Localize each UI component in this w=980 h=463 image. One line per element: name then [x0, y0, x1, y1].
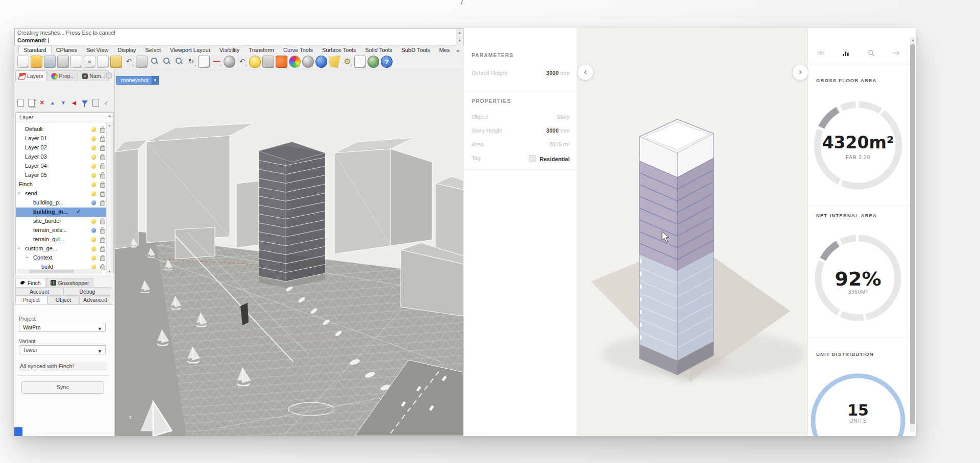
viewport-tab-dropdown-icon[interactable]: ▼ — [152, 76, 159, 85]
layer-visibility-bulb-icon[interactable] — [91, 136, 96, 141]
current-layer-icon[interactable]: ◀ — [70, 98, 78, 107]
scroll-thumb[interactable] — [29, 270, 74, 273]
match-properties-icon[interactable] — [91, 98, 100, 107]
layer-row-terrain-exis[interactable]: terrain_exis... — [16, 226, 107, 235]
layer-row-site-border[interactable]: site_border — [16, 217, 107, 226]
layer-tools-icon[interactable]: ⌐ — [102, 98, 110, 107]
notes-icon[interactable] — [329, 56, 340, 68]
layer-lock-icon[interactable] — [100, 146, 105, 151]
selected-building-mass[interactable] — [259, 142, 325, 281]
layer-visibility-bulb-icon[interactable] — [91, 265, 96, 269]
toolbar-tab-transform[interactable]: Transform — [244, 46, 279, 54]
toolbar-tab-visibility[interactable]: Visibility — [215, 46, 244, 54]
layer-visibility-bulb-icon[interactable] — [91, 219, 96, 223]
lock-icon[interactable] — [262, 56, 274, 68]
zoom-window-icon[interactable] — [161, 56, 172, 67]
rhino-3d-viewport[interactable]: z — [115, 85, 463, 436]
layer-row-building-m[interactable]: building_m...✓ — [16, 208, 107, 217]
layer-row-layer-02[interactable]: Layer 02 — [16, 143, 107, 152]
panel-tab-nam[interactable]: Nam... — [79, 70, 109, 81]
field-row-default-height[interactable]: Default Height3000 mm — [472, 70, 570, 78]
field-row-object[interactable]: ObjectStory — [472, 114, 570, 122]
zoom-extents-icon[interactable] — [174, 56, 184, 67]
finch-3d-viewer[interactable] — [577, 28, 807, 436]
layer-lock-icon[interactable] — [100, 156, 105, 160]
layer-lock-icon[interactable] — [100, 201, 105, 206]
layer-row-building-p[interactable]: building_p... — [16, 198, 107, 208]
bar-chart-icon[interactable] — [841, 48, 850, 60]
layer-visibility-bulb-icon[interactable] — [91, 182, 96, 187]
layer-visibility-bulb-icon[interactable] — [91, 164, 96, 168]
raytrace-sphere-icon[interactable] — [315, 56, 327, 68]
layer-row-layer-01[interactable]: Layer 01 — [16, 134, 107, 143]
command-prompt[interactable]: Command: — [17, 37, 48, 43]
layer-lock-icon[interactable] — [100, 174, 105, 178]
undo-view-icon[interactable]: ↶ — [237, 56, 248, 67]
layer-lock-icon[interactable] — [100, 229, 105, 234]
layer-visibility-bulb-icon[interactable] — [91, 228, 96, 233]
viewport-tab-moneyshot[interactable]: moneyshot — [116, 76, 153, 85]
toolbar-tab-mes[interactable]: Mes — [434, 46, 454, 54]
toolbar-tab-set-view[interactable]: Set View — [82, 46, 113, 54]
toolbar-overflow-icon[interactable]: » — [454, 47, 461, 54]
layer-visibility-bulb-icon[interactable] — [91, 145, 96, 150]
plugin-subtab-object[interactable]: Object — [47, 295, 80, 304]
toolbar-tab-solid-tools[interactable]: Solid Tools — [360, 46, 397, 54]
command-area[interactable]: Creating meshes... Press Esc to cancel C… — [14, 28, 463, 45]
new-layer-icon[interactable] — [16, 98, 24, 107]
scroll-down-icon[interactable]: ▼ — [108, 270, 111, 273]
export-icon[interactable] — [70, 56, 82, 68]
rhino-render-icon[interactable] — [276, 56, 287, 68]
toolbar-tab-display[interactable]: Display — [113, 46, 140, 54]
layer-visibility-bulb-icon[interactable] — [91, 255, 96, 260]
layer-lock-icon[interactable] — [100, 247, 105, 252]
toolbar-tab-surface-tools[interactable]: Surface Tools — [317, 46, 360, 54]
pan-icon[interactable] — [136, 56, 148, 68]
layer-visibility-bulb-icon[interactable] — [91, 127, 96, 132]
delete-layer-icon[interactable]: × — [38, 98, 46, 107]
cut-icon[interactable]: × — [84, 56, 95, 68]
toolbar-tab-select[interactable]: Select — [141, 46, 166, 54]
project-select[interactable]: WatPro▼ — [19, 323, 106, 332]
layer-vertical-scrollbar[interactable]: ▲▼ — [106, 122, 113, 274]
layer-horizontal-scrollbar[interactable] — [17, 269, 101, 274]
layer-visibility-bulb-icon[interactable] — [91, 246, 96, 251]
toolbar-tab-curve-tools[interactable]: Curve Tools — [279, 46, 317, 54]
plugin-subtab-advanced[interactable]: Advanced — [79, 295, 111, 304]
toolbar-tab-subd-tools[interactable]: SubD Tools — [397, 46, 434, 54]
filter-icon[interactable] — [81, 98, 89, 107]
variant-select[interactable]: Tower▼ — [19, 345, 106, 354]
layer-visibility-bulb-icon[interactable] — [91, 200, 96, 205]
panel-tab-prop[interactable]: Prop... — [47, 70, 79, 81]
layer-lock-icon[interactable] — [100, 256, 105, 261]
layer-lock-icon[interactable] — [100, 183, 105, 188]
rotate-view-icon[interactable]: ↻ — [186, 56, 197, 67]
plugin-tab-grasshopper[interactable]: Grasshopper — [46, 278, 94, 287]
move-up-icon[interactable]: ▲ — [48, 98, 57, 107]
chevron-down-icon[interactable]: › — [15, 183, 16, 185]
layer-row-context[interactable]: ›Context — [16, 253, 107, 263]
eye-icon[interactable] — [816, 48, 825, 60]
tag-checkbox[interactable] — [529, 155, 536, 162]
scroll-down-icon[interactable]: ▼ — [456, 37, 463, 45]
layer-visibility-bulb-icon[interactable] — [91, 173, 96, 177]
field-row-tag[interactable]: TagResidential — [472, 155, 570, 163]
shaded-sphere-icon[interactable] — [224, 56, 235, 68]
search-icon[interactable] — [867, 48, 876, 60]
chevron-down-icon[interactable]: › — [16, 247, 22, 249]
field-row-area[interactable]: Area2016 m² — [472, 141, 570, 149]
paste-icon[interactable] — [110, 56, 122, 68]
scroll-up-icon[interactable]: ▲ — [911, 38, 915, 42]
options-gear-icon[interactable]: ⚙ — [342, 56, 353, 67]
plugin-subtab-project[interactable]: Project — [15, 295, 47, 304]
scroll-up-icon[interactable]: ▲ — [456, 29, 463, 37]
open-file-icon[interactable] — [31, 56, 42, 68]
field-row-story-height[interactable]: Story Height3000 mm — [472, 127, 570, 136]
layer-list-header[interactable]: Layer▲ — [15, 112, 114, 122]
layer-lock-icon[interactable] — [100, 128, 105, 133]
arrow-right-icon[interactable] — [892, 48, 901, 60]
box-edit-icon[interactable] — [354, 56, 366, 68]
layer-row-custom-ge[interactable]: ›custom_ge... — [16, 244, 107, 253]
layer-row-terrain-gui[interactable]: terrain_gui... — [16, 235, 107, 244]
new-file-icon[interactable] — [17, 56, 29, 68]
